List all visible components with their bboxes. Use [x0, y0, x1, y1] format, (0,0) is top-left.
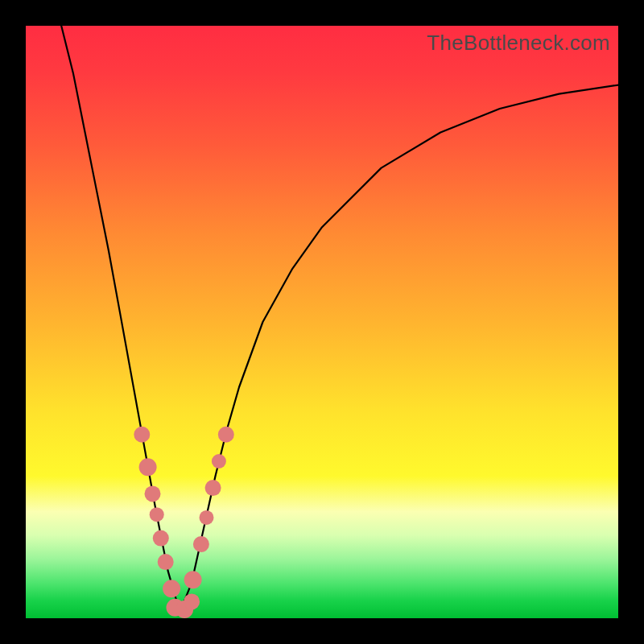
- data-marker: [200, 510, 214, 525]
- data-marker: [145, 485, 161, 502]
- chart-frame: TheBottleneck.com: [0, 0, 644, 644]
- markers-group: [134, 427, 233, 618]
- bottleneck-curve: [61, 26, 618, 613]
- data-marker: [158, 554, 174, 570]
- data-marker: [153, 530, 169, 547]
- data-marker: [184, 571, 202, 588]
- data-marker: [139, 458, 157, 476]
- chart-svg: [26, 26, 618, 618]
- data-marker: [134, 427, 150, 443]
- data-marker: [163, 580, 180, 597]
- data-marker: [212, 454, 226, 469]
- data-marker: [193, 536, 209, 552]
- data-marker: [184, 593, 200, 609]
- data-marker: [150, 507, 164, 522]
- plot-area: TheBottleneck.com: [26, 26, 618, 618]
- data-marker: [205, 480, 221, 496]
- data-marker: [218, 427, 234, 443]
